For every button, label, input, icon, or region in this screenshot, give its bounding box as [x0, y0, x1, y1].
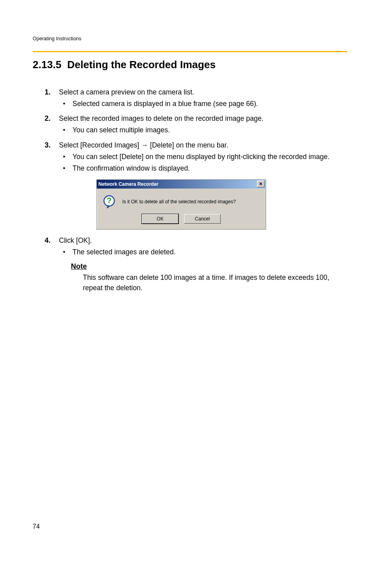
list-item: You can select multiple images.	[59, 125, 347, 136]
step: 1. Select a camera preview on the camera…	[45, 87, 347, 112]
close-button[interactable]: ✕	[257, 181, 264, 187]
list-item: Selected camera is displayed in a blue f…	[59, 98, 347, 109]
list-item: The confirmation window is displayed.	[59, 163, 347, 174]
note-body: This software can delete 100 images at a…	[83, 272, 339, 293]
step-number: 2.	[45, 113, 59, 124]
steps-list: 1. Select a camera preview on the camera…	[45, 87, 347, 293]
note-heading: Note	[71, 262, 347, 271]
step-text: Select [Recorded Images] → [Delete] on t…	[59, 140, 347, 151]
step: 4. Click [OK]. The selected images are d…	[45, 235, 347, 260]
dialog-titlebar: Network Camera Recorder ✕	[97, 180, 266, 189]
cancel-button[interactable]: Cancel	[184, 214, 221, 224]
list-item: You can select [Delete] on the menu disp…	[59, 151, 347, 162]
step-number: 4.	[45, 235, 59, 246]
step: 2. Select the recorded images to delete …	[45, 113, 347, 138]
list-item: The selected images are deleted.	[59, 247, 347, 258]
step: 3. Select [Recorded Images] → [Delete] o…	[45, 140, 347, 176]
dialog-title: Network Camera Recorder	[98, 181, 159, 187]
dialog-message: Is it OK to delete all of the selected r…	[122, 199, 236, 205]
page-number: 74	[33, 523, 40, 530]
step-text: Select a camera preview on the camera li…	[59, 87, 347, 98]
section-title: 2.13.5 Deleting the Recorded Images	[33, 59, 347, 71]
ok-button[interactable]: OK	[142, 214, 178, 224]
section-number: 2.13.5	[33, 59, 61, 71]
question-icon: ?	[102, 195, 116, 208]
running-header: Operating Instructions	[33, 36, 347, 44]
step-text: Select the recorded images to delete on …	[59, 113, 347, 124]
step-text: Click [OK].	[59, 235, 347, 246]
confirmation-dialog: Network Camera Recorder ✕ ? Is	[96, 179, 347, 230]
step-number: 1.	[45, 87, 59, 98]
svg-text:?: ?	[107, 196, 112, 205]
section-title-text: Deleting the Recorded Images	[67, 59, 216, 71]
header-rule	[33, 51, 347, 52]
close-icon: ✕	[259, 182, 262, 186]
step-number: 3.	[45, 140, 59, 151]
arrow-icon: →	[141, 141, 148, 149]
